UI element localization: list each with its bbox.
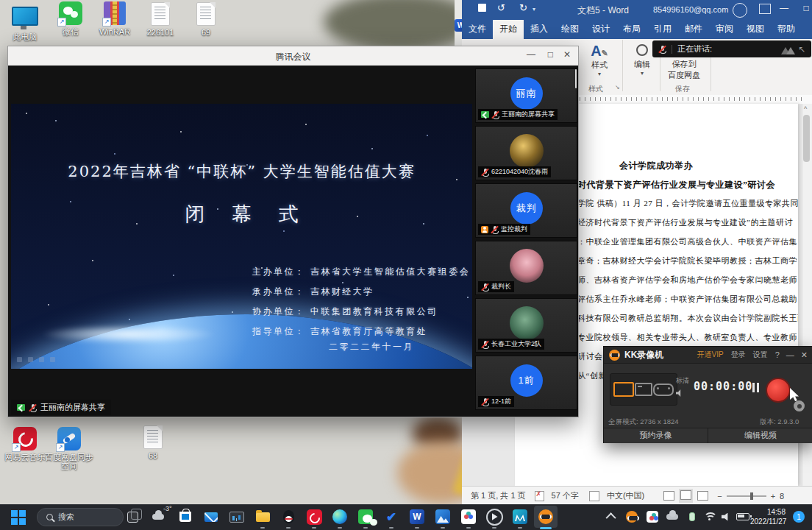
page-indicator[interactable]: 第 1 页, 共 1 页	[471, 490, 526, 501]
taskbar-word[interactable]: W	[407, 507, 427, 526]
participant-scrollbar[interactable]	[575, 69, 577, 88]
desktop-icon-netease-music[interactable]: ↗ 网易云音乐	[0, 427, 50, 462]
notification-badge[interactable]: 1	[793, 511, 805, 523]
taskbar-performance[interactable]	[227, 507, 247, 526]
account-avatar-icon[interactable]	[733, 3, 747, 18]
zoom-in-button[interactable]: +	[771, 492, 775, 501]
kk-settings-link[interactable]: 设置	[753, 350, 768, 360]
desktop-icon-doc-69[interactable]: 69	[181, 2, 231, 37]
zoom-slider-thumb[interactable]	[750, 492, 753, 500]
styles-button[interactable]: A✎ 样式 ▾	[583, 43, 616, 77]
language-proof-icon[interactable]	[589, 491, 599, 501]
close-button[interactable]: ✕	[563, 49, 571, 60]
tab-design[interactable]: 设计	[585, 20, 616, 39]
participant-tile[interactable]: 丽南 王丽南的屏幕共享	[475, 68, 577, 123]
annotation-toolbar[interactable]	[17, 357, 55, 362]
taskbar-photos[interactable]	[432, 507, 453, 526]
tab-view[interactable]: 视图	[740, 20, 771, 39]
task-view-button[interactable]	[122, 507, 143, 526]
participant-tile[interactable]: 1前 12-1前	[475, 356, 577, 410]
desktop-icon-winrar[interactable]: ↗ WinRAR	[90, 1, 140, 36]
word-account-email[interactable]: 854996160@qq.com	[653, 5, 728, 14]
tab-review[interactable]: 审阅	[709, 20, 740, 39]
annotation-pen-icon[interactable]	[28, 357, 33, 362]
meeting-titlebar[interactable]: 腾讯会议 — □ ✕	[8, 46, 578, 66]
zoom-slider[interactable]	[727, 495, 766, 497]
edit-video-button[interactable]: 编辑视频	[708, 428, 812, 443]
fullscreen-mode-icon[interactable]	[613, 382, 634, 397]
view-web-layout-icon[interactable]	[697, 491, 708, 501]
taskbar-edge[interactable]	[330, 507, 350, 526]
annotation-audio-icon[interactable]	[50, 357, 55, 362]
kk-help-button[interactable]: ?	[775, 350, 780, 359]
view-read-mode-icon[interactable]	[663, 491, 674, 501]
kk-titlebar[interactable]: KK录像机 开通VIP 登录 设置 ? — ✕	[604, 347, 812, 364]
kk-vip-link[interactable]: 开通VIP	[697, 350, 724, 360]
desktop-icon-doc-68[interactable]: 68	[128, 425, 178, 460]
participant-tile[interactable]: 裁判长	[475, 241, 577, 295]
zoom-percent[interactable]: 8	[780, 492, 784, 501]
tab-references[interactable]: 引用	[647, 20, 678, 39]
tray-expand-button[interactable]	[602, 507, 622, 526]
kk-close-button[interactable]: ✕	[801, 350, 808, 360]
tab-draw[interactable]: 绘图	[555, 20, 585, 39]
taskbar-tencent-meeting[interactable]: ✔	[381, 507, 402, 526]
window-mode-icon[interactable]	[635, 383, 652, 396]
annotation-shape-icon[interactable]	[39, 357, 44, 362]
desktop-icon-wechat[interactable]: ↗ 微信	[46, 1, 96, 36]
kk-login-link[interactable]: 登录	[731, 350, 746, 360]
start-button[interactable]	[7, 507, 28, 526]
ribbon-options-icon[interactable]	[759, 4, 771, 14]
tab-insert[interactable]: 插入	[524, 20, 555, 39]
desktop-icon-this-pc[interactable]: 此电脑	[0, 4, 50, 41]
schedule-recording-button[interactable]: 预约录像	[604, 428, 708, 443]
desktop-icon-baidu-sync[interactable]: ↗ 百度网盘同步空间	[44, 427, 94, 470]
taskbar-netease-music[interactable]	[304, 507, 324, 526]
participant-tile[interactable]: 6221042040沈春雨	[475, 126, 577, 180]
proofing-icon[interactable]	[535, 491, 544, 501]
zoom-out-button[interactable]: −	[717, 492, 722, 501]
minimize-button[interactable]: —	[778, 3, 790, 13]
tab-home[interactable]: 开始	[493, 20, 524, 39]
tab-file[interactable]: 文件	[462, 20, 493, 39]
word-count[interactable]: 57 个字	[552, 490, 579, 501]
participant-tile[interactable]: 裁判 监控裁判	[475, 183, 577, 238]
language-indicator[interactable]: 中文(中国)	[607, 490, 644, 501]
taskbar-docs-app[interactable]	[510, 507, 530, 526]
record-button[interactable]	[766, 378, 791, 403]
taskbar-baidu-netdisk[interactable]	[458, 507, 479, 526]
pause-button[interactable]	[752, 383, 759, 395]
taskbar-wechat[interactable]	[355, 507, 376, 526]
tray-media-app[interactable]	[642, 507, 663, 526]
maximize-button[interactable]: □	[800, 3, 812, 13]
annotation-cursor-icon[interactable]	[17, 357, 22, 362]
kk-minimize-button[interactable]: —	[786, 350, 794, 359]
dropdown-caret-icon[interactable]: ▾	[533, 6, 535, 13]
taskbar-kk-recorder[interactable]	[535, 507, 556, 526]
minimize-button[interactable]: —	[527, 49, 535, 60]
desktop-icon-doc-226101[interactable]: 226101	[135, 2, 185, 37]
taskbar-file-explorer[interactable]	[252, 507, 273, 526]
participant-tile[interactable]: 长春工业大学2队	[475, 298, 577, 353]
dialog-launcher-icon[interactable]: ↘	[615, 84, 620, 91]
taskbar-media-player[interactable]	[484, 507, 505, 526]
taskbar-clock[interactable]: 14:58 2022/11/27	[750, 507, 786, 526]
game-mode-icon[interactable]	[653, 384, 674, 396]
scroll-up-arrow[interactable]: ^	[804, 105, 807, 113]
tab-mailings[interactable]: 邮件	[678, 20, 709, 39]
tab-help[interactable]: 帮助	[771, 20, 802, 39]
undo-icon[interactable]: ↺	[497, 2, 505, 13]
taskbar-qq[interactable]	[278, 507, 299, 526]
maximize-button[interactable]: □	[548, 49, 553, 60]
save-to-baidu-button[interactable]: 保存到 百度网盘	[662, 59, 706, 81]
quality-label[interactable]: 标清	[676, 376, 689, 386]
tab-layout[interactable]: 布局	[616, 20, 647, 39]
tray-kk[interactable]	[622, 507, 642, 526]
search-box[interactable]: 搜索	[37, 508, 124, 526]
save-icon[interactable]	[478, 4, 486, 12]
taskbar-store[interactable]	[175, 507, 196, 526]
webcam-toggle-icon[interactable]	[794, 400, 805, 411]
tray-onedrive[interactable]	[662, 507, 683, 526]
redo-icon[interactable]: ↻	[519, 2, 527, 13]
view-print-layout-icon[interactable]	[679, 489, 693, 503]
